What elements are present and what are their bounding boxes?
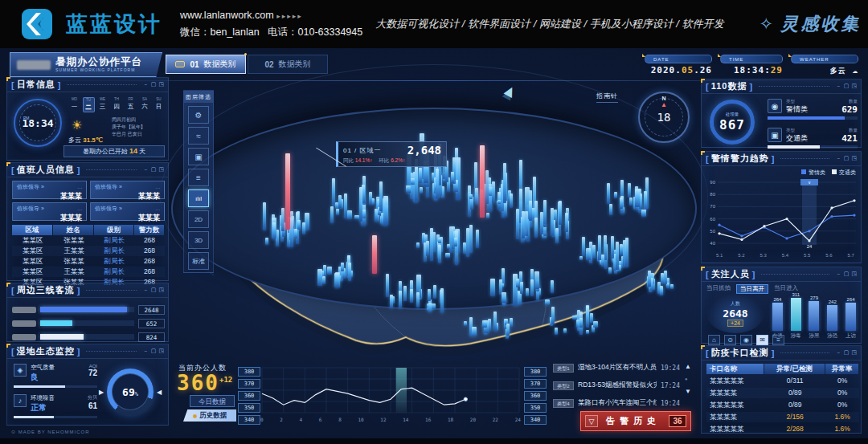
office-x-label: 18	[448, 417, 453, 422]
data-bar	[516, 279, 519, 287]
panel-bracket: [	[706, 82, 709, 92]
week-calendar: MO一TU二WE三TH四FR五SA六SU日	[68, 97, 165, 112]
duty-card[interactable]: 值班领导 »⋯某某某	[90, 202, 165, 221]
duty-card[interactable]: 值班领导 »⋯某某某	[12, 181, 87, 199]
website-url[interactable]: www.lanlanwork.com	[180, 10, 274, 21]
focus-tool-icon[interactable]: ⊙	[724, 335, 736, 345]
panel-collapse-icon[interactable]: －	[836, 155, 841, 163]
focus-tool-icon[interactable]: ⌂	[708, 335, 720, 345]
data110-panel: [110数据]－▢◳ 处理量 867 ◉数量629类型警情类▣数量421类型交通…	[701, 79, 862, 148]
analog-clock: PM 18:34	[14, 99, 62, 147]
alert-row[interactable]: 类型2RD13-53烟感报警疑似火灾17:24	[553, 379, 680, 392]
panel-expand-icon[interactable]: ◳	[851, 271, 857, 279]
panel-collapse-icon[interactable]: －	[143, 166, 149, 174]
panel-collapse-icon[interactable]: －	[143, 348, 149, 356]
weekday-cell: SU日	[153, 97, 165, 112]
layer-button-signal-icon[interactable]: ≈	[188, 127, 209, 145]
panel-expand-icon[interactable]: ◳	[158, 166, 164, 174]
panel-collapse-icon[interactable]: －	[143, 81, 149, 89]
layer-button-3d-mode[interactable]: 3D	[188, 231, 209, 249]
alert-tag: 类型4	[553, 399, 574, 408]
alert-time: 17:24	[661, 382, 680, 389]
panel-window-icon[interactable]: ▢	[844, 155, 850, 163]
panel-header-line	[86, 169, 136, 170]
panel-window-icon[interactable]: ▢	[844, 271, 850, 279]
data-bar	[454, 238, 457, 246]
data-bar	[576, 320, 579, 328]
panel-window-icon[interactable]: ▢	[844, 83, 850, 91]
panel-expand-icon[interactable]: ◳	[851, 349, 857, 357]
alarm-history-banner[interactable]: ▽ 告警历史 36	[580, 411, 691, 431]
panel-bracket: ]	[772, 348, 775, 358]
data-bar	[608, 267, 612, 274]
panel-expand-icon[interactable]: ◳	[158, 81, 164, 89]
scroll-down-icon[interactable]: ▼	[685, 388, 691, 395]
history-data-button[interactable]: 历史数据	[183, 409, 236, 422]
layer-button-bars-icon[interactable]: ılıl	[188, 189, 209, 207]
layer-button-camera-icon[interactable]: ▣	[188, 148, 209, 165]
data-bar	[379, 181, 383, 211]
weather-box: WEATHER 多云 ☁	[791, 55, 858, 76]
svg-text:60: 60	[710, 217, 715, 222]
inspiration-collect[interactable]: ✧ 灵感收集	[760, 12, 862, 36]
layer-button-2d-mode[interactable]: 2D	[188, 210, 209, 228]
data-bar	[534, 271, 539, 290]
noise-unit: 分贝	[88, 395, 97, 400]
layer-button-gear-icon[interactable]: ⚙	[188, 106, 209, 124]
data-bar	[609, 204, 612, 215]
platform-title-plaque: 暑期办公协作平台 SUMMER WORKING PLATFORM	[10, 52, 162, 77]
brand-banner: 蓝蓝设计 www.lanlanwork.com ▸▸▸▸▸ 微信：ben_lan…	[0, 0, 868, 48]
data-bar	[510, 318, 513, 327]
flow-row: 2648	[12, 303, 165, 316]
alert-row[interactable]: 类型4某路口有小汽车连闯三个红灯19:24	[553, 397, 680, 409]
data-bar	[290, 218, 293, 248]
panel-expand-icon[interactable]: ◳	[158, 348, 164, 356]
tab-data-category-1[interactable]: 01数据类别	[166, 55, 246, 74]
tab-data-category-2[interactable]: 02数据类别	[248, 55, 328, 74]
today-data-button[interactable]: 今日数据	[190, 395, 235, 407]
office-count-number: 360	[177, 371, 219, 395]
focus-tab[interactable]: 当日离开	[736, 284, 768, 294]
weekday-cell: SA六	[139, 97, 151, 112]
data-bar	[475, 188, 478, 205]
panel-expand-icon[interactable]: ◳	[158, 287, 164, 295]
focus-tool-icon[interactable]: ✉	[756, 335, 768, 345]
panel-collapse-icon[interactable]: －	[836, 83, 841, 91]
duty-card[interactable]: 值班领导 »⋯某某某	[90, 181, 165, 199]
panel-window-icon[interactable]: ▢	[844, 349, 850, 357]
data-bar	[660, 286, 663, 295]
panel-window-icon[interactable]: ▢	[151, 287, 157, 295]
data-bar	[485, 170, 489, 205]
layer-button-standard-mode[interactable]: 标准	[188, 252, 209, 270]
panel-collapse-icon[interactable]: －	[836, 349, 841, 357]
panel-expand-icon[interactable]: ◳	[851, 83, 857, 91]
focus-tab[interactable]: 当日抓拍	[706, 284, 731, 294]
panel-window-icon[interactable]: ▢	[151, 348, 157, 356]
summer-notice: 暑期办公已开始 14 天	[63, 145, 165, 157]
data-bar	[661, 273, 664, 284]
focus-tool-icon[interactable]: ◉	[740, 335, 752, 345]
panel-collapse-icon[interactable]: －	[143, 287, 149, 295]
data-bar	[347, 210, 352, 219]
trend-panel: [警情警力趋势]－▢◳ 警情类交通类 908070605040∨24 5.15.…	[701, 151, 862, 263]
data-bar	[586, 330, 589, 335]
panel-expand-icon[interactable]: ◳	[851, 155, 857, 163]
scroll-up-icon[interactable]: ▲	[685, 363, 691, 370]
duty-card[interactable]: 值班领导 »⋯某某某	[12, 202, 87, 221]
focus-tool-icon[interactable]: ≡	[772, 335, 784, 345]
office-yaxis-left: 380370360350340	[238, 367, 260, 425]
data-bar	[426, 241, 429, 256]
panel-window-icon[interactable]: ▢	[151, 81, 157, 89]
layer-button-list-icon[interactable]: ≡	[188, 169, 209, 186]
alert-row[interactable]: 类型1湿地3-104片区有不明人员闯入19:24	[553, 361, 680, 374]
panel-collapse-icon[interactable]: －	[836, 271, 841, 279]
gauge-right-arrow-icon[interactable]: ◀	[157, 389, 162, 396]
weather-label: WEATHER	[791, 55, 858, 63]
compass-dial[interactable]: N ▲ 18	[638, 92, 690, 143]
office-x-label: 8	[338, 417, 342, 422]
checkpoint-row: 某某某某2/1561.6%	[706, 412, 859, 422]
lunar-line: 辛巳月 己亥日	[112, 131, 145, 138]
gauge-left-arrow-icon[interactable]: ▶	[99, 389, 104, 396]
data-bar	[644, 191, 647, 210]
panel-window-icon[interactable]: ▢	[151, 166, 157, 174]
